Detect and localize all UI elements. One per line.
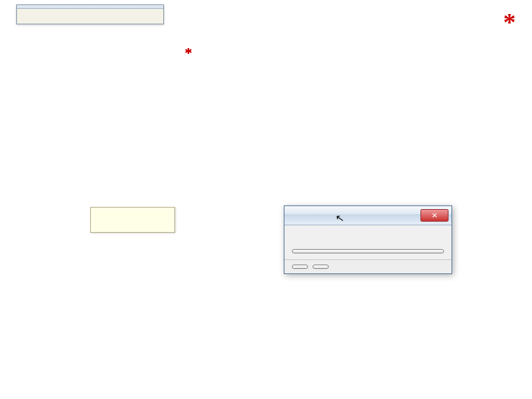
tooltip (90, 207, 175, 233)
ok-button[interactable] (292, 265, 308, 269)
toolbox-panel (16, 4, 164, 24)
slide-title: * (185, 9, 517, 35)
define-color-button[interactable] (292, 249, 444, 253)
close-button[interactable]: ✕ (420, 209, 449, 222)
cancel-button[interactable] (313, 265, 329, 269)
color-dialog-titlebar[interactable]: ✕ (284, 206, 451, 225)
slide-content: * (185, 9, 517, 44)
toolbox-empty-text (17, 9, 163, 24)
toolbox-body (17, 9, 163, 24)
color-dialog-body (284, 225, 451, 259)
color-dialog: ✕ (284, 205, 452, 274)
dialog-footer (284, 259, 451, 273)
